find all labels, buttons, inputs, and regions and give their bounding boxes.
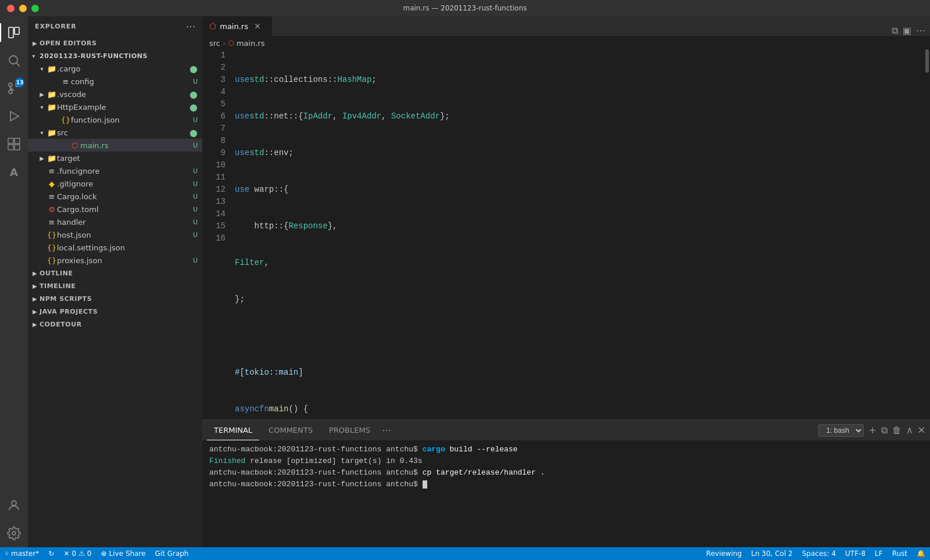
status-bell[interactable]: 🔔 [912,547,930,560]
activity-bar: 13 A [0,16,28,547]
sidebar-item-localsettings[interactable]: ▶ {} local.settings.json [28,241,202,254]
window-controls[interactable] [7,5,39,12]
status-gitgraph[interactable]: Git Graph [151,547,194,560]
status-eol[interactable]: LF [870,547,888,560]
terminal-shell-select[interactable]: 1: bash [818,424,864,437]
extensions-activity-icon[interactable] [0,130,28,158]
comments-tab[interactable]: COMMENTS [262,420,320,440]
close-button[interactable] [7,5,15,12]
terminal-tab[interactable]: TERMINAL [207,420,259,440]
close-terminal-icon[interactable]: ✕ [918,425,925,436]
codetour-section[interactable]: ▶ CODETOUR [28,318,202,331]
gitignore-icon: ◆ [46,180,57,188]
vscode-badge: ● [189,89,198,100]
sidebar-item-hostjson[interactable]: ▶ {} host.json U [28,228,202,241]
npm-scripts-section[interactable]: ▶ NPM SCRIPTS [28,292,202,305]
terminal-more-icon[interactable]: ⋯ [382,425,391,436]
breadcrumb-mainrs[interactable]: main.rs [237,39,265,48]
status-liveshare[interactable]: ⊕ Live Share [96,547,151,560]
status-encoding[interactable]: UTF-8 [840,547,870,560]
sidebar-item-cargotoml[interactable]: ▶ ⚙ Cargo.toml U [28,203,202,216]
layout-icon[interactable]: ▣ [903,25,911,36]
tab-close-button[interactable]: ✕ [254,21,261,31]
tab-mainrs[interactable]: ⬡ main.rs ✕ [202,16,272,36]
delete-terminal-icon[interactable]: 🗑 [892,425,902,436]
code-editor[interactable]: 1 2 3 4 5 6 7 8 9 10 11 12 13 14 15 16 [202,49,930,419]
split-terminal-icon[interactable]: ⧉ [881,425,888,436]
gitignore-badge: U [193,180,198,188]
java-label: JAVA PROJECTS [40,308,98,315]
status-sync[interactable]: ↻ [44,547,59,560]
sidebar-item-mainrs[interactable]: ▶ ⬡ main.rs U [28,139,202,152]
vscode-folder-icon: 📁 [46,90,57,99]
add-terminal-icon[interactable]: + [868,425,876,436]
localsettings-label: local.settings.json [57,243,202,252]
sidebar-item-config[interactable]: ▶ ≡ config U [28,75,202,88]
status-reviewing[interactable]: Reviewing [702,547,746,560]
java-projects-section[interactable]: ▶ JAVA PROJECTS [28,305,202,318]
terminal-content[interactable]: antchu-macbook:20201123-rust-functions a… [202,440,930,547]
timeline-section[interactable]: ▶ TIMELINE [28,279,202,292]
open-editors-section[interactable]: ▶ OPEN EDITORS [28,37,202,49]
functionjson-badge: U [193,116,198,124]
src-arrow: ▾ [37,130,46,136]
sidebar-item-gitignore[interactable]: ▶ ◆ .gitignore U [28,177,202,190]
source-control-activity-icon[interactable]: 13 [0,74,28,102]
minimize-button[interactable] [19,5,27,12]
tab-toolbar: ⧉ ▣ ⋯ [892,25,930,36]
account-activity-icon[interactable] [0,491,28,519]
breadcrumb-src[interactable]: src [209,39,220,48]
code-scrollbar[interactable] [924,49,930,419]
sidebar-header: EXPLORER ⋯ [28,16,202,37]
proxiesjson-label: proxies.json [57,256,193,265]
status-branch[interactable]: ⑂ master* [0,547,44,560]
sidebar-item-target[interactable]: ▶ 📁 target [28,152,202,164]
httpexample-folder-icon: 📁 [46,103,57,112]
sidebar-item-src[interactable]: ▾ 📁 src ● [28,126,202,139]
eol-label: LF [875,550,883,558]
code-line-1: use std::collections::HashMap; [235,74,920,86]
project-section[interactable]: ▾ 20201123-RUST-FUNCTIONS [28,49,202,62]
code-content[interactable]: use std::collections::HashMap; use std::… [230,49,924,419]
explorer-activity-icon[interactable] [0,19,28,46]
cargo-badge: ● [189,63,198,74]
localsettings-icon: {} [46,243,57,252]
tab-rs-icon: ⬡ [209,21,216,31]
code-line-6: Filter, [235,257,920,269]
appsmith-activity-icon[interactable]: A [0,158,28,186]
more-actions-icon[interactable]: ⋯ [916,25,925,36]
sync-icon: ↻ [48,550,54,558]
hostjson-badge: U [193,231,198,239]
chevron-up-icon[interactable]: ∧ [906,425,913,436]
problems-tab[interactable]: PROBLEMS [322,420,377,440]
status-spaces[interactable]: Spaces: 4 [797,547,840,560]
maximize-button[interactable] [31,5,39,12]
status-errors[interactable]: ✕ 0 ⚠ 0 [59,547,96,560]
error-count: 0 [71,550,76,558]
status-bar-left: ⑂ master* ↻ ✕ 0 ⚠ 0 ⊕ Live Share Git Gra… [0,547,193,560]
svg-rect-12 [15,145,20,150]
search-activity-icon[interactable] [0,46,28,74]
sidebar-item-cargolock[interactable]: ▶ ≡ Cargo.lock U [28,190,202,203]
sidebar-item-cargo[interactable]: ▾ 📁 .cargo ● [28,62,202,75]
codetour-label: CODETOUR [40,321,82,328]
status-language[interactable]: Rust [888,547,912,560]
run-activity-icon[interactable] [0,102,28,130]
sidebar-item-functionjson[interactable]: ▶ {} function.json U [28,113,202,126]
sidebar-item-vscode[interactable]: ▶ 📁 .vscode ● [28,88,202,100]
status-cursor[interactable]: Ln 30, Col 2 [746,547,797,560]
src-folder-icon: 📁 [46,128,57,137]
sidebar-item-httpexample[interactable]: ▾ 📁 HttpExample ● [28,100,202,113]
outline-section[interactable]: ▶ OUTLINE [28,267,202,279]
sidebar-item-proxiesjson[interactable]: ▶ {} proxies.json U [28,254,202,267]
source-control-badge: 13 [15,78,24,87]
vscode-arrow: ▶ [37,91,46,98]
error-icon: ✕ [63,550,69,558]
cargolock-label: Cargo.lock [57,192,193,201]
code-line-10: async fn main() { [235,403,920,415]
sidebar-item-handler[interactable]: ▶ ≡ handler U [28,216,202,228]
sidebar-item-funcignore[interactable]: ▶ ≡ .funcignore U [28,164,202,177]
sidebar-actions[interactable]: ⋯ [186,21,195,32]
settings-activity-icon[interactable] [0,519,28,547]
split-editor-icon[interactable]: ⧉ [892,25,898,36]
